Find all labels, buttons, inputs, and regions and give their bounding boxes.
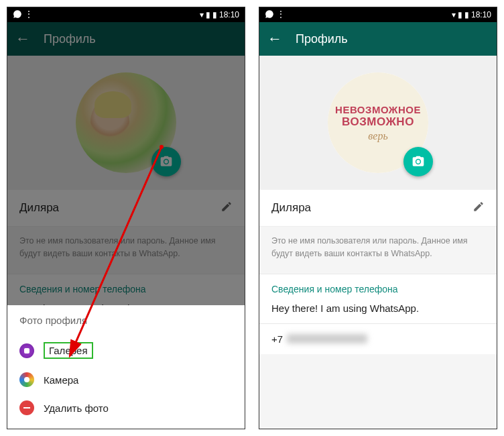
clock-text: 18:10 xyxy=(471,10,491,19)
signal-icon: ▮ xyxy=(206,10,210,19)
back-arrow-icon[interactable]: ← xyxy=(267,30,282,48)
sheet-title: Фото профиля xyxy=(19,315,233,326)
battery-icon: ▮ xyxy=(212,10,217,19)
clock-text: 18:10 xyxy=(219,10,239,19)
section-title: Сведения и номер телефона xyxy=(259,274,497,297)
more-status-icon: ⋮ xyxy=(25,9,33,21)
wifi-icon: ▾ xyxy=(200,10,204,19)
camera-icon xyxy=(412,155,425,168)
sheet-item-label: Удалить фото xyxy=(44,402,109,414)
info-section: Сведения и номер телефона Hey there! I a… xyxy=(259,274,497,354)
sheet-item-label: Камера xyxy=(44,374,78,386)
phone-prefix: +7 xyxy=(271,333,283,345)
name-info-text: Это не имя пользователя или пароль. Данн… xyxy=(259,227,497,268)
sheet-item-delete[interactable]: Удалить фото xyxy=(19,394,233,422)
status-text[interactable]: Hey there! I am using WhatsApp. xyxy=(259,297,497,323)
dim-overlay[interactable] xyxy=(7,22,245,327)
profile-name: Диляра xyxy=(271,201,311,215)
sheet-item-camera[interactable]: Камера xyxy=(19,366,233,394)
more-status-icon: ⋮ xyxy=(277,9,285,21)
phone-blurred xyxy=(287,334,367,343)
app-bar-title: Профиль xyxy=(296,32,348,46)
photo-options-sheet: Фото профиля Галерея Камера Удалить фото xyxy=(7,305,245,429)
status-bar: ⋮ ▾ ▮ ▮ 18:10 xyxy=(259,7,497,22)
phone-number-row[interactable]: +7 xyxy=(259,323,497,354)
signal-icon: ▮ xyxy=(458,10,462,19)
phone-left: ⋮ ▾ ▮ ▮ 18:10 ← Профиль Диляра xyxy=(7,7,245,429)
delete-icon xyxy=(19,400,34,415)
wifi-icon: ▾ xyxy=(452,10,456,19)
whatsapp-status-icon xyxy=(265,9,274,21)
camera-app-icon xyxy=(19,372,34,387)
avatar-text-line2: ВОЗМОЖНО xyxy=(342,115,414,129)
app-bar: ← Профиль xyxy=(259,22,497,56)
whatsapp-status-icon xyxy=(13,9,22,21)
avatar-text-line1: НЕВОЗМОЖНОЕ xyxy=(335,104,421,115)
status-bar: ⋮ ▾ ▮ ▮ 18:10 xyxy=(7,7,245,22)
battery-icon: ▮ xyxy=(464,10,469,19)
avatar-text-line3: верь xyxy=(368,130,387,142)
sheet-item-gallery[interactable]: Галерея xyxy=(19,335,233,366)
sheet-item-label: Галерея xyxy=(44,342,93,359)
profile-photo-area: НЕВОЗМОЖНОЕ ВОЗМОЖНО верь xyxy=(259,56,497,190)
name-row[interactable]: Диляра xyxy=(259,190,497,227)
edit-name-icon[interactable] xyxy=(472,201,485,215)
gallery-icon xyxy=(19,343,34,358)
phone-right: ⋮ ▾ ▮ ▮ 18:10 ← Профиль НЕВОЗМОЖНОЕ ВОЗМ… xyxy=(259,7,497,429)
change-photo-button[interactable] xyxy=(403,147,433,176)
